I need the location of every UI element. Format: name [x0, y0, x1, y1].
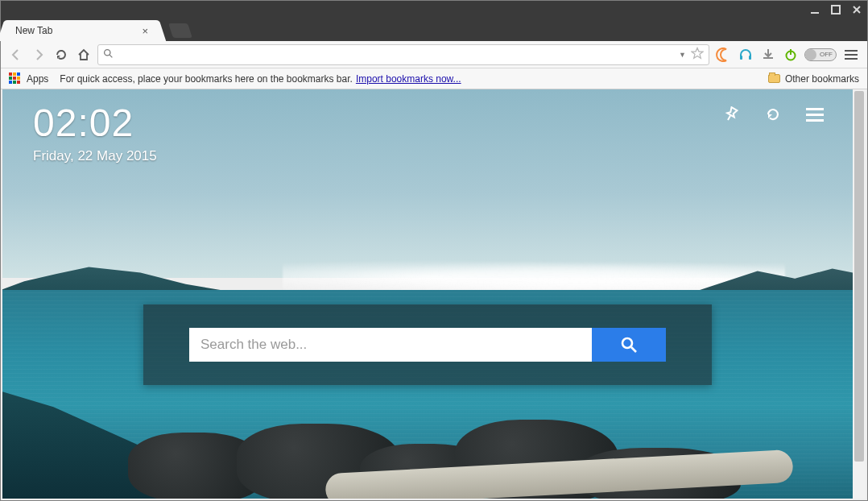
- svg-rect-7: [749, 56, 751, 60]
- search-box: [189, 328, 666, 362]
- toggle-knob-icon: [805, 49, 816, 60]
- svg-point-10: [622, 338, 632, 348]
- minimize-button[interactable]: [804, 1, 825, 19]
- svg-rect-0: [811, 12, 819, 14]
- search-panel: [143, 304, 712, 385]
- svg-line-5: [110, 55, 112, 57]
- browser-window: New Tab × ▼: [0, 0, 868, 501]
- svg-point-4: [105, 49, 110, 55]
- search-button[interactable]: [592, 328, 666, 362]
- search-input[interactable]: [189, 328, 592, 362]
- address-bar[interactable]: ▼: [97, 44, 709, 65]
- page-actions: [722, 106, 824, 123]
- pin-icon[interactable]: [722, 106, 740, 123]
- extension-download-icon[interactable]: [759, 46, 777, 64]
- bookmarks-bar: Apps For quick access, place your bookma…: [1, 68, 867, 89]
- clock-date: Friday, 22 May 2015: [33, 148, 157, 164]
- page-menu-icon[interactable]: [806, 106, 824, 123]
- svg-rect-6: [740, 56, 742, 60]
- search-icon: [103, 48, 114, 62]
- import-bookmarks-link[interactable]: Import bookmarks now...: [356, 73, 461, 85]
- bookmarks-hint: For quick access, place your bookmarks h…: [60, 73, 353, 85]
- scrollbar-thumb[interactable]: [854, 91, 864, 462]
- extension-crescent-icon[interactable]: [714, 46, 732, 64]
- page-viewport: 02:02 Friday, 22 May 2015: [1, 89, 867, 500]
- apps-grid-icon: [9, 72, 22, 85]
- url-input[interactable]: [118, 48, 674, 60]
- tab-title: New Tab: [15, 25, 142, 36]
- vertical-scrollbar[interactable]: [853, 89, 866, 499]
- new-tab-button[interactable]: [168, 23, 192, 38]
- tab-active[interactable]: New Tab ×: [7, 20, 156, 41]
- bookmark-star-icon[interactable]: [691, 47, 704, 63]
- forward-button[interactable]: [30, 46, 48, 64]
- back-button[interactable]: [7, 46, 25, 64]
- extension-headphones-icon[interactable]: [737, 46, 754, 64]
- apps-link[interactable]: Apps: [27, 73, 48, 85]
- maximize-button[interactable]: [825, 1, 846, 19]
- extension-toggle[interactable]: OFF: [804, 48, 837, 61]
- new-tab-page: 02:02 Friday, 22 May 2015: [2, 89, 853, 499]
- svg-line-11: [631, 347, 636, 352]
- clock-time: 02:02: [33, 101, 157, 145]
- close-window-button[interactable]: [846, 1, 867, 19]
- home-button[interactable]: [75, 46, 93, 64]
- window-titlebar: [1, 1, 867, 19]
- reload-button[interactable]: [52, 46, 70, 64]
- navigation-toolbar: ▼ OFF: [1, 41, 867, 68]
- extension-power-icon[interactable]: [782, 46, 800, 64]
- search-icon: [620, 336, 638, 354]
- other-bookmarks-link[interactable]: Other bookmarks: [785, 73, 859, 85]
- omnibox-dropdown-icon[interactable]: ▼: [679, 51, 686, 59]
- folder-icon: [768, 74, 780, 83]
- svg-rect-1: [832, 6, 840, 14]
- toggle-label: OFF: [816, 51, 836, 58]
- tab-strip: New Tab ×: [1, 19, 867, 41]
- clock-widget: 02:02 Friday, 22 May 2015: [33, 101, 157, 164]
- refresh-icon[interactable]: [764, 106, 782, 123]
- close-tab-icon[interactable]: ×: [142, 26, 148, 36]
- browser-menu-button[interactable]: [841, 45, 861, 64]
